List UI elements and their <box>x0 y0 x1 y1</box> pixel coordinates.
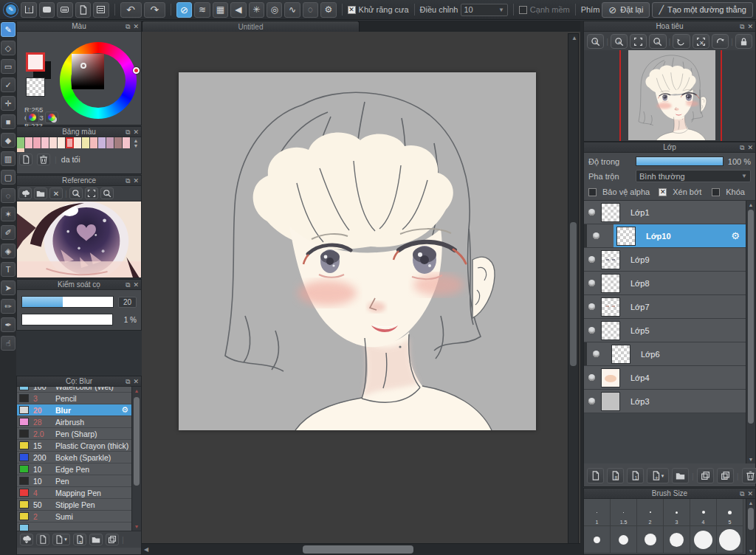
scroll-down-icon[interactable]: ▼ <box>746 455 755 463</box>
palette-swatch[interactable] <box>17 137 25 148</box>
add-8bit-layer-button[interactable]: 8 <box>607 468 624 483</box>
lock-checkbox[interactable] <box>712 188 720 196</box>
brush-size-cell[interactable] <box>611 526 637 554</box>
marquee-select-tool[interactable]: ▢ <box>1 170 16 185</box>
antialias-checkbox[interactable]: ✕Khử răng cưa <box>348 5 409 14</box>
brush-row[interactable]: 50Stipple Pen <box>17 499 131 511</box>
cloud-logo-button[interactable]: ✎ <box>3 2 18 18</box>
reference-image[interactable] <box>17 201 141 278</box>
snap-curve-button[interactable]: ∿ <box>284 2 300 18</box>
palette-swatch[interactable] <box>98 137 106 148</box>
brush-list-scrollbar[interactable]: ▲ ▼ <box>131 387 141 531</box>
publish-button[interactable]: ↑ <box>21 2 36 18</box>
scroll-thumb[interactable] <box>748 210 754 424</box>
brush-folder-button[interactable] <box>89 534 103 545</box>
scroll-up-icon[interactable]: ▲ <box>746 499 755 507</box>
shape-brush-tool[interactable]: ▭ <box>1 59 16 74</box>
close-icon[interactable]: ✕ <box>747 490 753 497</box>
brush-size-cell[interactable]: 5 <box>717 499 743 526</box>
brush-size-cell[interactable] <box>637 526 664 554</box>
layer-row[interactable]: Lớp4 <box>584 366 746 390</box>
palette-swatch[interactable] <box>90 137 98 148</box>
add-1bit-layer-button[interactable]: 1 <box>627 468 644 483</box>
brush-row[interactable]: 100Watercolor (Wet) <box>17 387 131 393</box>
magic-wand-tool[interactable]: ✶ <box>1 207 16 221</box>
brush-size-cell[interactable]: 1.5 <box>611 499 637 526</box>
visibility-dot-icon[interactable] <box>588 256 595 263</box>
palette-swatch[interactable] <box>123 137 131 148</box>
visibility-dot-icon[interactable] <box>588 398 595 404</box>
palette-grid-button[interactable] <box>45 111 58 123</box>
palette-swatch[interactable] <box>82 137 90 148</box>
brush-size-cell[interactable]: 1 <box>584 499 611 526</box>
text-tool[interactable]: T <box>1 262 16 277</box>
palette-spinner[interactable]: ▲▼ <box>131 138 140 154</box>
document-button[interactable] <box>75 2 91 18</box>
close-icon[interactable]: ✕ <box>133 128 139 136</box>
comment-button[interactable] <box>39 2 55 18</box>
reference-zoom-in-button[interactable]: + <box>69 187 83 199</box>
palette-swatch[interactable] <box>74 137 82 148</box>
close-icon[interactable]: ✕ <box>747 144 753 151</box>
visibility-dot-icon[interactable] <box>588 209 595 216</box>
make-line-button[interactable]: ╱Tạo một đường thẳng <box>652 2 753 18</box>
layer-row[interactable]: Lớp7 <box>584 295 746 319</box>
close-icon[interactable]: ✕ <box>133 378 139 385</box>
snap-grid-button[interactable]: ▦ <box>213 2 228 18</box>
layer-folder-button[interactable] <box>672 468 689 483</box>
blend-mode-dropdown[interactable]: Bình thường▼ <box>636 170 751 182</box>
brush-row[interactable]: 2Sumi <box>17 511 131 523</box>
new-palette-button[interactable] <box>19 154 32 165</box>
palette-swatch[interactable] <box>114 137 123 148</box>
delete-layer-button[interactable] <box>742 468 756 483</box>
brush-row[interactable]: 10Edge Pen <box>17 463 131 475</box>
snap-ellipse-button[interactable]: ◌ <box>303 2 318 18</box>
delete-palette-button[interactable] <box>37 154 50 165</box>
lasso-select-tool[interactable]: ◌ <box>1 188 16 203</box>
brush-cloud-button[interactable] <box>20 534 33 545</box>
reference-clear-button[interactable]: ✕ <box>49 187 63 199</box>
reference-dropper-button[interactable] <box>18 187 32 199</box>
chat-button[interactable] <box>57 2 72 18</box>
brush-size-scrollbar[interactable]: ▲ ▼ <box>746 499 755 555</box>
brush-row[interactable]: 10Pen <box>17 475 131 487</box>
reference-zoom-out-button[interactable]: - <box>100 187 114 199</box>
undo-button[interactable]: ↶ <box>120 2 142 18</box>
snap-vanishing-button[interactable]: ◀ <box>230 2 246 18</box>
scroll-thumb[interactable] <box>570 222 577 366</box>
zoom-in-button[interactable]: + <box>611 34 628 49</box>
canvas[interactable] <box>179 72 536 430</box>
reference-fit-button[interactable] <box>85 187 98 199</box>
document-tab[interactable]: Untitled <box>142 21 360 32</box>
visibility-dot-icon[interactable] <box>593 232 599 239</box>
scroll-down-icon[interactable]: ▼ <box>132 523 141 531</box>
navigator-view[interactable] <box>584 50 755 141</box>
brush-row[interactable]: 200Bokeh (Sparkle) <box>17 452 131 463</box>
layer-row[interactable]: Lớp1 <box>584 201 746 224</box>
palette-swatch[interactable] <box>49 137 58 148</box>
zoom-out-button[interactable]: - <box>649 34 666 49</box>
layer-row[interactable]: Lớp5 <box>584 319 746 342</box>
popout-icon[interactable]: ⧉ <box>126 177 130 185</box>
palette-swatch[interactable] <box>41 137 49 148</box>
move-tool[interactable]: ✛ <box>1 96 16 111</box>
palette-swatch[interactable] <box>33 137 41 148</box>
select-pen-tool[interactable]: ✐ <box>1 225 16 240</box>
popout-icon[interactable]: ⧉ <box>126 378 130 386</box>
layer-gear-icon[interactable]: ⚙ <box>731 230 740 241</box>
brush-size-cell[interactable]: 3 <box>664 499 690 526</box>
gradient-tool[interactable]: ▥ <box>1 151 16 166</box>
canvas-horizontal-scrollbar[interactable]: ◀ <box>142 543 580 555</box>
visibility-dot-icon[interactable] <box>588 374 595 381</box>
visibility-dot-icon[interactable] <box>593 351 599 357</box>
brush-settings-gear-icon[interactable]: ⚙ <box>121 405 128 415</box>
rotate-left-button[interactable] <box>673 34 690 49</box>
brush-row[interactable]: 2.0Pen (Sharp) <box>17 428 131 440</box>
brush-row[interactable]: 15Plastic Crayon (thick) <box>17 440 131 452</box>
popout-icon[interactable]: ⧉ <box>740 23 744 31</box>
popout-icon[interactable]: ⧉ <box>126 128 130 137</box>
curve-tool[interactable]: ✓ <box>1 77 16 92</box>
palette-swatch[interactable] <box>58 137 66 148</box>
brush-tool[interactable]: ✎ <box>1 22 16 37</box>
up-arrow-icon[interactable]: ▲ <box>131 138 140 143</box>
